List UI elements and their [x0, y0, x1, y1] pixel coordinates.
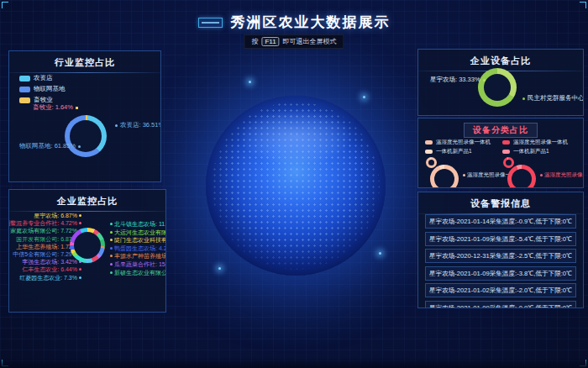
panel-device-alarms: 设备警报信息 星宇农场-2021-01-14采集温度:-0.9℃,低于下限:0℃… [417, 192, 584, 308]
tip-prefix: 按 [251, 37, 258, 46]
legend-swatch [19, 97, 30, 103]
enterprise-label-text: 稻鳖混养专业合作社: 4.72% [8, 220, 77, 226]
legend-label: 一体机新产品1 [436, 148, 472, 155]
enterprise-label-text: 星宇农场: 6.87% [34, 213, 77, 218]
corner-accent [417, 302, 424, 308]
callout-marker [522, 97, 525, 100]
dashboard-stage: 秀洲区农业大数据展示 按 F11 即可退出全屏模式 行业监控占比 农资店 物联网… [0, 0, 588, 368]
callout-agri-store: 农资店: 36.51% [115, 121, 161, 129]
category-legend: 温湿度光照录像一体机 一体机新产品1 [425, 139, 504, 155]
callout-marker [79, 222, 81, 224]
enterprise-label: 丰源水产种苗养殖场: 1. [110, 253, 166, 259]
f11-keycap: F11 [261, 37, 279, 46]
legend-item: 农资店 [19, 74, 66, 82]
legend-item: 一体机新产品1 [502, 148, 581, 155]
corner-accent [577, 302, 584, 308]
enterprise-label: 稻鳖混养专业合作社: 4.72% [8, 220, 81, 226]
corner-accent [417, 181, 424, 188]
callout-marker [79, 268, 81, 271]
panel-title: 设备分类占比 [464, 123, 538, 138]
legend-label: 物联网基地 [34, 85, 66, 93]
alarm-row: 星宇农场-2021-01-14采集温度:-0.9℃,低于下限:0℃ [425, 214, 576, 229]
legend-swatch [502, 150, 510, 154]
enterprise-label-text: 国开发有限公司: 6.87% [16, 236, 77, 242]
callout-marker [110, 223, 113, 225]
fullscreen-tip: 按 F11 即可退出全屏模式 [244, 34, 344, 49]
title-divider [9, 72, 160, 73]
callout-marker [78, 145, 81, 148]
enterprise-label-text: 红菱园生态农业: 7.3% [19, 275, 77, 281]
alarm-row: 星宇农场-2021-01-09采集温度:-0.9℃,低于下限:0℃ [425, 301, 576, 309]
enterprise-label-text: 大运河生态农业有限责任公 [114, 229, 166, 235]
callout-livestock: 畜牧业: 1.64% [33, 103, 78, 112]
corner-accent [577, 118, 584, 124]
glow-dot [363, 96, 365, 98]
mini-donut [503, 157, 514, 168]
legend-swatch [425, 140, 433, 145]
enterprise-label-text: 新硕生态农业有限公司: 6.87 [114, 270, 166, 276]
industry-donut-chart [65, 115, 107, 157]
callout-service-center: 民主村党群服务中心: [522, 94, 584, 103]
category-chart-right: 温湿度光照录像一 [502, 157, 581, 188]
legend-swatch [19, 76, 30, 81]
legend-item: 一体机新产品1 [425, 148, 504, 155]
enterprise-label-text: 李强生态农场: 3.42% [22, 259, 77, 265]
category-group-right: 温湿度光照录像一体机 一体机新产品1 温湿度光照录像一 [502, 139, 581, 188]
glow-dot [379, 252, 381, 255]
callout-marker [110, 263, 113, 265]
corner-accent [577, 109, 584, 116]
footer-strip [0, 357, 588, 368]
title-divider [9, 211, 165, 212]
corner-accent [417, 109, 424, 116]
enterprise-label-text: 鸭蛋园生态农场: 4.29 [114, 245, 166, 251]
glow-dot [218, 267, 221, 270]
enterprise-label-text: 北斗镇生态农场: 11.36% [114, 221, 166, 227]
corner-accent [8, 176, 15, 182]
callout-marker [463, 174, 465, 176]
logo-badge [198, 18, 223, 28]
callout-marker [79, 214, 81, 217]
enterprise-label: 瓜果蔬菜合作社: 15.02% [110, 261, 166, 267]
panel-industry-monitoring: 行业监控占比 农资店 物联网基地 畜牧业 畜牧业: 1.64% 农资店: 36.… [8, 50, 161, 182]
enterprise-label: 红菱园生态农业: 7.3% [19, 275, 81, 281]
callout-text: 星宇农场: 33.33% [430, 76, 480, 84]
panel-device-ratio: 企业设备占比 星宇农场: 33.33% 民主村党群服务中心: [417, 49, 584, 116]
devices-donut-chart [478, 68, 517, 107]
panel-title: 设备警报信息 [418, 197, 583, 210]
legend-item: 温湿度光照录像一体机 [425, 139, 504, 146]
tip-suffix: 即可退出全屏模式 [283, 37, 337, 46]
enterprise-label-text: 上华生态养殖场: 1.72% [16, 244, 77, 250]
category-callout: 温湿度光照录像一 [540, 171, 584, 179]
callout-marker [115, 124, 118, 127]
enterprise-label: 鸭蛋园生态农场: 4.29 [110, 245, 166, 251]
mini-donut [426, 157, 437, 168]
corner-accent [160, 306, 166, 313]
callout-marker [110, 271, 113, 274]
enterprise-label: 大运河生态农业有限责任公 [110, 229, 166, 235]
category-chart-left: 温湿度光照录像一 [425, 157, 504, 188]
callout-text: 民主村党群服务中心: [528, 94, 584, 103]
enterprise-donut-chart [70, 228, 105, 263]
enterprise-label: 仁丰生态农业: 6.44% [22, 266, 81, 272]
callout-marker [483, 79, 486, 81]
callout-marker [79, 276, 81, 279]
category-legend: 温湿度光照录像一体机 一体机新产品1 [502, 139, 581, 155]
corner-accent [417, 118, 424, 124]
panel-title: 企业监控占比 [9, 195, 165, 208]
callout-marker [540, 174, 543, 176]
enterprise-label-text: 瓜果蔬菜合作社: 15.02% [114, 261, 166, 267]
callout-marker [110, 247, 113, 250]
legend-label: 温湿度光照录像一体机 [436, 139, 491, 146]
callout-marker [110, 255, 113, 257]
legend-swatch [19, 87, 30, 92]
industry-legend: 农资店 物联网基地 畜牧业 [19, 74, 66, 104]
globe-visualization [206, 96, 386, 276]
alarm-row: 星宇农场-2021-01-09采集温度:-3.8℃,低于下限:0℃ [425, 266, 576, 281]
alarm-row: 星宇农场-2021-01-02采集温度:-2.0℃,低于下限:0℃ [425, 283, 576, 297]
category-donut-chart [507, 165, 536, 188]
enterprise-label-text: 中信5金有限公司: 7.29% [13, 251, 77, 257]
corner-accent [580, 2, 586, 8]
legend-item: 温湿度光照录像一体机 [502, 139, 581, 146]
enterprise-label: 北斗镇生态农场: 11.36% [110, 221, 166, 227]
callout-text: 物联网基地: 61.85% [19, 142, 76, 150]
